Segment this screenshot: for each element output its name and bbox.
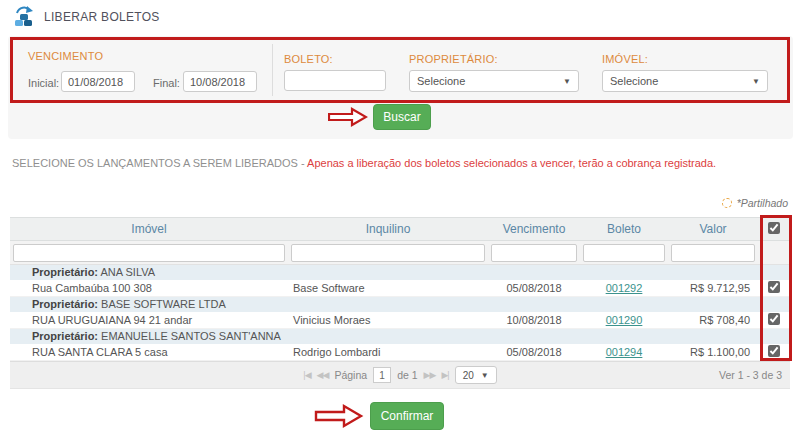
boleto-link[interactable]: 001290 bbox=[606, 314, 643, 326]
owner-label: Proprietário: bbox=[32, 298, 98, 310]
column-header-valor[interactable]: Valor bbox=[668, 218, 758, 241]
proprietario-label: PROPRIETÁRIO: bbox=[409, 53, 498, 65]
page-of-label: de 1 bbox=[397, 369, 417, 381]
cell-imovel: RUA URUGUAIANA 94 21 andar bbox=[10, 312, 288, 329]
proprietario-selected-value: Selecione bbox=[417, 75, 465, 87]
boleto-link[interactable]: 001292 bbox=[606, 282, 643, 294]
page-title: LIBERAR BOLETOS bbox=[44, 10, 160, 24]
page-header: LIBERAR BOLETOS bbox=[12, 5, 160, 28]
inicial-date-input[interactable] bbox=[61, 71, 135, 92]
partilhado-legend: *Partilhado bbox=[722, 197, 788, 209]
cell-inquilino: Base Software bbox=[288, 280, 488, 297]
owner-name: EMANUELLE SANTOS SANT'ANNA bbox=[101, 330, 281, 342]
partilhado-label: *Partilhado bbox=[737, 197, 788, 209]
next-page-icon[interactable]: ▶▶ bbox=[424, 370, 436, 380]
pager-summary: Ver 1 - 3 de 3 bbox=[719, 369, 782, 381]
cell-valor: R$ 1.100,00 bbox=[668, 344, 758, 361]
column-filter-row bbox=[10, 241, 790, 265]
boleto-label: BOLETO: bbox=[284, 53, 333, 65]
prev-page-icon[interactable]: ◀◀ bbox=[317, 370, 329, 380]
page-size-select[interactable]: 20 ▼ bbox=[455, 366, 497, 384]
owner-group-row: Proprietário: ANA SILVA bbox=[10, 265, 790, 280]
pagination-bar: |◀ ◀◀ Página de 1 ▶▶ ▶| 20 ▼ Ver 1 - 3 d… bbox=[10, 361, 790, 389]
owner-group-row: Proprietário: BASE SOFTWARE LTDA bbox=[10, 297, 790, 312]
chevron-down-icon: ▼ bbox=[563, 77, 571, 86]
vencimento-column-filter[interactable] bbox=[491, 244, 577, 262]
cell-valor: R$ 9.712,95 bbox=[668, 280, 758, 297]
cell-inquilino: Vinicius Moraes bbox=[288, 312, 488, 329]
inquilino-column-filter[interactable] bbox=[291, 244, 485, 262]
column-header-imovel[interactable]: Imóvel bbox=[10, 218, 288, 241]
imovel-column-filter[interactable] bbox=[13, 244, 285, 262]
partilhado-icon bbox=[722, 198, 732, 208]
imovel-label: IMÓVEL: bbox=[602, 53, 648, 65]
page-size-value: 20 bbox=[463, 370, 474, 381]
final-date-input[interactable] bbox=[183, 71, 257, 92]
final-label: Final: bbox=[153, 77, 180, 89]
table-row: RUA SANTA CLARA 5 casa Rodrigo Lombardi … bbox=[10, 344, 790, 361]
boleto-link[interactable]: 001294 bbox=[606, 346, 643, 358]
cell-inquilino: Rodrigo Lombardi bbox=[288, 344, 488, 361]
inicial-label: Inicial: bbox=[28, 77, 59, 89]
row-checkbox[interactable] bbox=[768, 313, 780, 325]
page-label: Página bbox=[334, 369, 367, 381]
page-number-input[interactable] bbox=[373, 367, 391, 383]
column-header-vencimento[interactable]: Vencimento bbox=[488, 218, 580, 241]
buscar-button[interactable]: Buscar bbox=[373, 104, 431, 130]
last-page-icon[interactable]: ▶| bbox=[441, 370, 448, 380]
chevron-down-icon: ▼ bbox=[481, 371, 489, 380]
valor-column-filter[interactable] bbox=[671, 244, 755, 262]
cell-vencimento: 05/08/2018 bbox=[488, 280, 580, 297]
instructions-line: SELECIONE OS LANÇAMENTOS A SEREM LIBERAD… bbox=[12, 157, 716, 169]
column-header-boleto[interactable]: Boleto bbox=[580, 218, 668, 241]
proprietario-select[interactable]: Selecione ▼ bbox=[409, 70, 579, 92]
vencimento-label: VENCIMENTO bbox=[28, 50, 103, 62]
cell-vencimento: 05/08/2018 bbox=[488, 344, 580, 361]
column-header-inquilino[interactable]: Inquilino bbox=[288, 218, 488, 241]
filter-divider bbox=[272, 44, 273, 96]
cell-imovel: RUA SANTA CLARA 5 casa bbox=[10, 344, 288, 361]
red-arrow-annotation bbox=[314, 403, 364, 429]
boleto-input[interactable] bbox=[284, 70, 386, 91]
chevron-down-icon: ▼ bbox=[752, 77, 760, 86]
owner-label: Proprietário: bbox=[32, 266, 98, 278]
owner-label: Proprietário: bbox=[32, 330, 98, 342]
row-checkbox[interactable] bbox=[768, 281, 780, 293]
select-all-checkbox[interactable] bbox=[768, 222, 780, 234]
table-header-row: Imóvel Inquilino Vencimento Boleto Valor bbox=[10, 218, 790, 241]
cell-imovel: Rua Cambaúba 100 308 bbox=[10, 280, 288, 297]
boleto-column-filter[interactable] bbox=[583, 244, 665, 262]
cell-valor: R$ 708,40 bbox=[668, 312, 758, 329]
row-checkbox[interactable] bbox=[768, 345, 780, 357]
owner-group-row: Proprietário: EMANUELLE SANTOS SANT'ANNA bbox=[10, 329, 790, 344]
first-page-icon[interactable]: |◀ bbox=[303, 370, 310, 380]
owner-name: BASE SOFTWARE LTDA bbox=[101, 298, 226, 310]
table-row: Rua Cambaúba 100 308 Base Software 05/08… bbox=[10, 280, 790, 297]
cell-vencimento: 10/08/2018 bbox=[488, 312, 580, 329]
instructions-highlight: Apenas a liberação dos boletos seleciona… bbox=[307, 157, 716, 169]
imovel-select[interactable]: Selecione ▼ bbox=[602, 70, 768, 92]
owner-name: ANA SILVA bbox=[100, 266, 155, 278]
boletos-table: Imóvel Inquilino Vencimento Boleto Valor… bbox=[10, 217, 790, 389]
imovel-selected-value: Selecione bbox=[610, 75, 658, 87]
instructions-normal: SELECIONE OS LANÇAMENTOS A SEREM LIBERAD… bbox=[12, 157, 307, 169]
table-row: RUA URUGUAIANA 94 21 andar Vinicius Mora… bbox=[10, 312, 790, 329]
liberar-boletos-icon bbox=[12, 5, 36, 28]
confirmar-button[interactable]: Confirmar bbox=[370, 402, 444, 430]
